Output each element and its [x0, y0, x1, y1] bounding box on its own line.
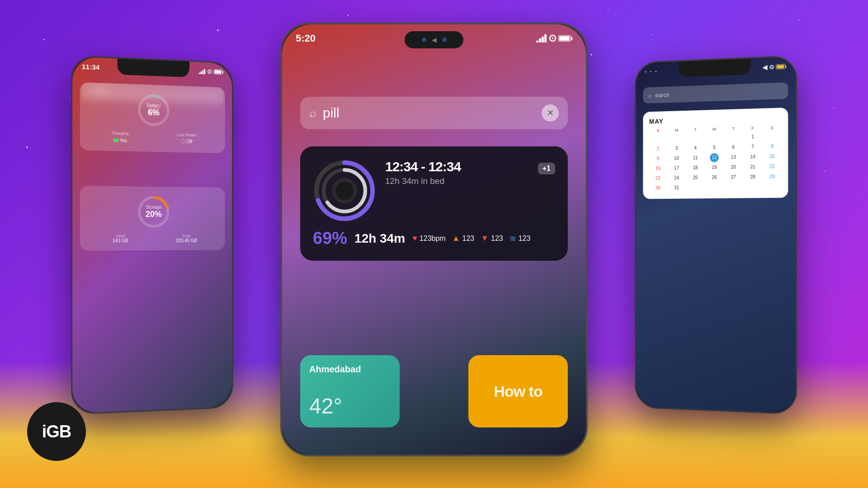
battery-tip-right — [785, 65, 786, 67]
storage-circle-value: 20% — [146, 210, 162, 219]
down-value: 123 — [491, 235, 503, 243]
volume-icon-right: ◀ — [763, 64, 767, 71]
cal-cell-15: 15 — [763, 152, 782, 161]
free-label: Free — [155, 234, 218, 238]
battery-fill-right — [777, 65, 784, 68]
battery-circle-value: 6% — [146, 108, 161, 118]
charging-value: Yes — [113, 138, 127, 143]
sleep-duration: 12h 34m — [354, 231, 405, 246]
arrow-up-icon: ▲ — [452, 234, 460, 243]
phone-right-search-bar[interactable]: ⌕ earch — [643, 82, 788, 103]
free-value: 203.45 GB — [155, 238, 218, 243]
phone-left: 11:34 ⊙ — [71, 55, 233, 415]
cal-cell-empty — [763, 182, 782, 192]
phone-left-status-icons: ⊙ — [199, 68, 223, 75]
howto-widget-text: How to — [494, 383, 542, 400]
cal-cell-empty — [763, 131, 782, 141]
search-clear-button[interactable]: ✕ — [542, 104, 559, 122]
cal-cell-18: 18 — [686, 163, 704, 173]
cal-cell-6: 6 — [724, 143, 743, 152]
cal-cell-2: 2 — [649, 144, 667, 154]
cal-cell-23: 23 — [649, 174, 667, 183]
waves-value: 123 — [519, 235, 531, 243]
cal-cell-4: 4 — [686, 143, 704, 153]
battery-circle: Battery 6% — [136, 92, 172, 129]
di-volume-icon: ◀ — [432, 36, 437, 43]
igb-logo-text: iGB — [42, 422, 71, 441]
battery-icon-left — [214, 69, 223, 75]
phone-center-search-bar[interactable]: ⌕ pill ✕ — [300, 97, 568, 129]
waves-metric: ≋ 123 — [509, 234, 531, 244]
wifi-icon-left: ⊙ — [207, 68, 212, 75]
search-icon-right: ⌕ — [648, 92, 652, 99]
signal-bar — [539, 38, 541, 42]
arrow-down-icon: ▼ — [481, 234, 489, 243]
cal-day-friday: F — [744, 126, 762, 131]
sleep-time-range: 12:34 - 12:34 — [385, 159, 461, 174]
sleep-top: 12:34 - 12:34 +1 12h 34m in bed — [313, 159, 555, 222]
cal-cell-14: 14 — [744, 152, 762, 162]
battery-fill-center — [559, 36, 570, 41]
phone-right-screen: · · · ◀ ⊙ ⌕ earch — [636, 56, 796, 413]
cal-cell-25: 25 — [686, 173, 704, 182]
calendar-widget: MAY S M T W T F S 1 — [643, 108, 788, 199]
down-metric: ▼ 123 — [481, 234, 503, 243]
cal-cell-28: 28 — [744, 172, 762, 182]
cal-day-saturday: S — [763, 125, 782, 130]
weather-temp: 42° — [309, 394, 391, 418]
cal-day-wednesday: W — [705, 127, 723, 131]
cal-cell-12-today: 12 — [710, 153, 719, 162]
storage-circle-label: Storage — [146, 205, 162, 210]
cal-cell — [686, 134, 704, 143]
cal-cell — [724, 132, 743, 142]
sleep-widget: 12:34 - 12:34 +1 12h 34m in bed — [300, 146, 568, 261]
sleep-ring — [313, 159, 376, 222]
charging-text: Yes — [119, 138, 127, 143]
phone-center-screen: ◀ 5:20 ⊙ — [282, 24, 586, 455]
signal-bar — [200, 71, 202, 74]
signal-bars-center — [536, 34, 547, 42]
cal-cell — [668, 134, 685, 144]
phone-center-time: 5:20 — [296, 33, 316, 44]
weather-city: Ahmedabad — [309, 364, 391, 375]
battery-circle-text: Battery 6% — [146, 103, 161, 117]
cal-cell-3: 3 — [668, 144, 685, 153]
svg-point-10 — [335, 182, 354, 200]
cal-day-tuesday: T — [686, 127, 704, 132]
cal-cell-7: 7 — [744, 142, 762, 152]
cal-day-sunday: S — [649, 128, 667, 133]
battery-stats: Charging Yes Low Power Off — [87, 130, 218, 146]
cal-cell-24: 24 — [668, 174, 685, 183]
sleep-info: 12:34 - 12:34 +1 12h 34m in bed — [385, 159, 555, 188]
charging-stat: Charging Yes — [87, 130, 152, 145]
cal-cell-13: 13 — [724, 153, 743, 162]
cal-cell-17: 17 — [668, 164, 685, 173]
battery-tip-center — [571, 37, 572, 40]
heart-rate-metric: ♥ 123bpm — [412, 234, 446, 243]
dynamic-island: ◀ — [405, 31, 463, 48]
sleep-metrics: ♥ 123bpm ▲ 123 ▼ 123 ≋ 1 — [412, 234, 530, 244]
signal-bar — [202, 70, 203, 74]
sleep-header: 12:34 - 12:34 +1 — [385, 159, 555, 174]
heart-rate-value: 123bpm — [420, 235, 446, 243]
cal-cell — [649, 135, 667, 144]
phone-left-time: 11:34 — [82, 62, 99, 71]
wifi-icon-center: ⊙ — [548, 33, 557, 44]
low-power-label: Low Power — [155, 132, 218, 138]
used-value: 143 GB — [87, 238, 153, 243]
cal-cell-22: 22 — [763, 162, 782, 171]
cal-cell-9: 9 — [649, 154, 667, 163]
battery-body-center — [558, 35, 571, 42]
cal-cell-30: 30 — [649, 183, 667, 192]
charging-label: Charging — [87, 130, 152, 136]
cal-cell-empty — [744, 183, 762, 192]
low-power-stat: Low Power Off — [155, 132, 218, 146]
cal-day-thursday: T — [724, 126, 743, 131]
search-text-center: pill — [323, 105, 535, 121]
phone-center: ◀ 5:20 ⊙ — [280, 23, 588, 456]
search-icon-center: ⌕ — [309, 106, 316, 120]
signal-bar — [536, 41, 538, 43]
search-text-right: earch — [655, 91, 670, 99]
storage-widget: Storage 20% Used 143 GB Free 203.45 GB — [80, 186, 225, 251]
low-power-circle — [181, 139, 186, 143]
